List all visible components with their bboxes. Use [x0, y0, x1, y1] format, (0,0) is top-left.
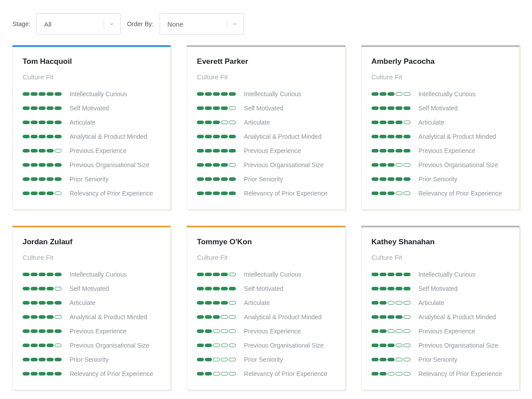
score-pill — [403, 315, 411, 319]
score-pill — [197, 301, 204, 305]
score-pill — [379, 358, 387, 361]
score-pill — [31, 177, 38, 181]
trait-label: Previous Experience — [70, 147, 126, 154]
score-pill — [372, 192, 379, 195]
candidate-name: Jordan Zulauf — [23, 238, 160, 246]
score-pill — [387, 121, 395, 124]
trait-label: Prior Seniority — [244, 176, 283, 183]
score-pill — [197, 192, 204, 195]
score-pill — [395, 301, 403, 305]
trait-row: Self Motivated — [197, 285, 335, 292]
trait-row: Analytical & Product Minded — [197, 313, 335, 321]
score-pill — [229, 106, 236, 110]
score-pill — [47, 372, 54, 376]
score-pill — [221, 192, 228, 195]
score-pill — [213, 192, 220, 195]
score-pill — [229, 135, 236, 138]
section-title: Culture Fit — [197, 254, 335, 261]
score-pill — [372, 344, 379, 347]
score-pill — [55, 301, 62, 305]
score-pills — [372, 121, 411, 124]
score-pill — [379, 121, 387, 124]
score-pills — [372, 315, 411, 319]
candidate-card[interactable]: Amberly PacochaCulture FitIntellectually… — [361, 45, 520, 210]
trait-label: Previous Experience — [70, 328, 126, 335]
score-pill — [387, 329, 395, 333]
score-pill — [213, 177, 220, 181]
score-pill — [55, 315, 62, 319]
trait-label: Articulate — [244, 119, 270, 126]
score-pills — [23, 177, 62, 181]
score-pill — [39, 121, 46, 124]
score-pill — [379, 163, 387, 167]
score-pill — [229, 149, 236, 153]
score-pill — [23, 106, 30, 110]
score-pills — [197, 315, 236, 319]
trait-label: Articulate — [70, 119, 95, 126]
section-title: Culture Fit — [372, 254, 509, 261]
score-pill — [379, 106, 387, 110]
score-pill — [229, 372, 236, 376]
score-pill — [55, 287, 62, 290]
select-divider — [104, 19, 104, 29]
score-pill — [55, 192, 62, 195]
score-pills — [372, 106, 411, 110]
trait-row: Previous Experience — [372, 328, 509, 335]
score-pill — [395, 192, 403, 195]
trait-row: Intellectually Curious — [197, 90, 335, 98]
score-pill — [213, 301, 220, 305]
candidate-card[interactable]: Jordan ZulaufCulture FitIntellectually C… — [12, 226, 171, 390]
score-pill — [395, 329, 403, 333]
score-pills — [197, 344, 236, 347]
trait-label: Previous Organisational Size — [70, 161, 149, 168]
trait-row: Prior Seniority — [23, 356, 160, 363]
score-pill — [197, 358, 204, 361]
score-pills — [197, 287, 236, 290]
trait-row: Intellectually Curious — [197, 271, 335, 278]
trait-label: Relevancy of Prior Experience — [70, 370, 153, 377]
stage-select[interactable]: All — [36, 13, 121, 35]
score-pills — [372, 135, 411, 138]
score-pill — [205, 315, 212, 319]
score-pill — [372, 106, 379, 110]
score-pill — [213, 287, 220, 290]
score-pill — [395, 121, 403, 124]
trait-label: Relevancy of Prior Experience — [70, 190, 153, 197]
score-pill — [23, 315, 30, 319]
trait-label: Articulate — [419, 119, 444, 126]
score-pill — [23, 163, 30, 167]
score-pills — [197, 358, 236, 361]
score-pill — [221, 315, 228, 319]
score-pill — [47, 106, 54, 110]
trait-row: Self Motivated — [372, 105, 509, 112]
candidate-card[interactable]: Everett ParkerCulture FitIntellectually … — [187, 45, 345, 210]
score-pill — [395, 135, 403, 138]
trait-row: Intellectually Curious — [23, 271, 160, 278]
trait-row: Previous Experience — [23, 328, 160, 335]
candidate-name: Tommye O'Kon — [197, 238, 335, 246]
trait-label: Analytical & Product Minded — [244, 133, 321, 140]
candidate-card[interactable]: Tom HacquoilCulture FitIntellectually Cu… — [12, 45, 171, 210]
score-pill — [39, 358, 46, 361]
score-pill — [387, 106, 395, 110]
score-pill — [205, 106, 212, 110]
score-pill — [197, 121, 204, 124]
score-pill — [379, 92, 387, 96]
score-pill — [31, 106, 38, 110]
score-pill — [23, 372, 30, 376]
trait-row: Prior Seniority — [372, 356, 509, 363]
score-pill — [372, 273, 379, 276]
trait-label: Previous Organisational Size — [244, 161, 324, 168]
score-pill — [229, 92, 236, 96]
trait-label: Previous Organisational Size — [419, 161, 498, 168]
trait-label: Self Motivated — [244, 105, 283, 112]
candidate-card[interactable]: Tommye O'KonCulture FitIntellectually Cu… — [187, 226, 345, 390]
score-pill — [403, 163, 411, 167]
trait-label: Analytical & Product Minded — [419, 133, 496, 140]
trait-label: Relevancy of Prior Experience — [419, 370, 502, 377]
score-pill — [379, 177, 387, 181]
candidate-card[interactable]: Kathey ShanahanCulture FitIntellectually… — [361, 226, 520, 390]
score-pill — [403, 358, 411, 361]
order-select[interactable]: None — [160, 13, 244, 35]
trait-label: Intellectually Curious — [244, 90, 301, 98]
